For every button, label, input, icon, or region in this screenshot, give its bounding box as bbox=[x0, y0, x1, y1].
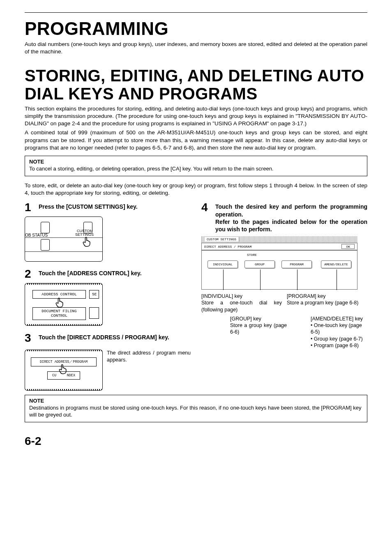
ok-button: OK bbox=[341, 244, 355, 249]
step-3-num: 3 bbox=[25, 332, 35, 344]
section-p2: A combined total of 999 (maximum of 500 … bbox=[25, 129, 367, 152]
step-4-title: Touch the desired key and perform the pr… bbox=[215, 202, 367, 233]
top-rule bbox=[25, 12, 367, 13]
step-3-side-text: The direct address / program menu appear… bbox=[107, 347, 191, 364]
direct-address-row-label: DIRECT ADDRESS / PROGRAM bbox=[204, 245, 251, 249]
amend-bullet-3: • Program (page 6-8) bbox=[311, 342, 367, 349]
key-descriptions: [INDIVIDUAL] key Store a one-touch dial … bbox=[201, 293, 367, 349]
cu-fragment: CU bbox=[52, 373, 56, 378]
amend-delete-button: AMEND/DELETE bbox=[321, 260, 351, 268]
custom-settings-tab: CUSTOM SETTINGS bbox=[204, 237, 239, 242]
step-2-illustration: ADDRESS CONTROL SE DOCUMENT FILING CONTR… bbox=[25, 283, 103, 326]
hand-pointer-icon bbox=[54, 297, 65, 308]
store-label: STORE bbox=[247, 253, 257, 257]
step-1-illustration: OB STATUS CUSTOM SETTINGS bbox=[25, 216, 103, 262]
note-text-2: Destinations in programs must be stored … bbox=[29, 405, 363, 419]
step-1-num: 1 bbox=[25, 202, 35, 213]
title-storing: STORING, EDITING, AND DELETING AUTO DIAL… bbox=[25, 67, 367, 102]
amend-bullet-2: • Group key (page 6-7) bbox=[311, 336, 367, 342]
step-4: 4 Touch the desired key and perform the … bbox=[201, 202, 367, 233]
note-box-1: NOTE To cancel a storing, editing, or de… bbox=[25, 156, 367, 176]
step-3-illustration: DIRECT ADDRESS／PROGRAM CU NDEX bbox=[25, 350, 103, 391]
intro-paragraph: Auto dial numbers (one-touch keys and gr… bbox=[25, 41, 367, 55]
step-2-title: Touch the [ADDRESS CONTROL] key. bbox=[39, 268, 142, 280]
individual-button: INDIVIDUAL bbox=[208, 260, 238, 268]
note-label: NOTE bbox=[29, 159, 363, 165]
step-2: 2 Touch the [ADDRESS CONTROL] key. bbox=[25, 268, 191, 280]
direct-address-row: DIRECT ADDRESS / PROGRAM OK bbox=[201, 243, 357, 250]
program-key-text: Store a program key (page 6-8) bbox=[287, 299, 367, 306]
note-label-2: NOTE bbox=[29, 398, 363, 404]
title-programming: PROGRAMMING bbox=[25, 18, 367, 39]
lead-in: To store, edit, or delete an auto-dial k… bbox=[25, 182, 367, 197]
document-filing-button: DOCUMENT FILING CONTROL bbox=[32, 307, 86, 320]
step-1-title: Press the [CUSTOM SETTINGS] key. bbox=[39, 202, 138, 213]
hand-pointer-icon bbox=[81, 236, 92, 247]
step-3-title: Touch the [DIRECT ADDRESS / PROGRAM] key… bbox=[39, 332, 191, 344]
individual-key-heading: [INDIVIDUAL] key bbox=[201, 293, 282, 299]
program-button: PROGRAM bbox=[281, 260, 312, 268]
step-4-num: 4 bbox=[201, 202, 211, 233]
step-3: 3 Touch the [DIRECT ADDRESS / PROGRAM] k… bbox=[25, 332, 191, 344]
se-button-fragment: SE bbox=[89, 290, 99, 299]
two-column-layout: 1 Press the [CUSTOM SETTINGS] key. OB ST… bbox=[25, 202, 367, 391]
section-p1: This section explains the procedures for… bbox=[25, 105, 367, 128]
group-button: GROUP bbox=[244, 260, 275, 268]
note-text: To cancel a storing, editing, or deletin… bbox=[29, 166, 363, 173]
step-1: 1 Press the [CUSTOM SETTINGS] key. bbox=[25, 202, 191, 213]
program-key-heading: [PROGRAM] key bbox=[287, 293, 367, 299]
left-column: 1 Press the [CUSTOM SETTINGS] key. OB ST… bbox=[25, 202, 191, 391]
amend-bullet-1: • One-touch key (page 6-5) bbox=[311, 322, 367, 336]
group-key-heading: [GROUP] key bbox=[230, 315, 287, 322]
step-4-illustration: CUSTOM SETTINGS DIRECT ADDRESS / PROGRAM… bbox=[201, 236, 357, 290]
individual-key-text: Store a one-touch dial key (following pa… bbox=[201, 299, 282, 313]
note-box-2: NOTE Destinations in programs must be st… bbox=[25, 395, 367, 422]
step-3-row: DIRECT ADDRESS／PROGRAM CU NDEX The direc… bbox=[25, 347, 191, 391]
group-key-text: Store a group key (page 6-6) bbox=[230, 322, 287, 336]
job-status-label: OB STATUS bbox=[25, 233, 48, 237]
page-number: 6-2 bbox=[25, 435, 367, 448]
right-column: 4 Touch the desired key and perform the … bbox=[201, 202, 367, 391]
step-2-num: 2 bbox=[25, 268, 35, 280]
hand-pointer-icon bbox=[57, 363, 69, 375]
amend-key-heading: [AMEND/DELETE] key bbox=[311, 315, 367, 322]
